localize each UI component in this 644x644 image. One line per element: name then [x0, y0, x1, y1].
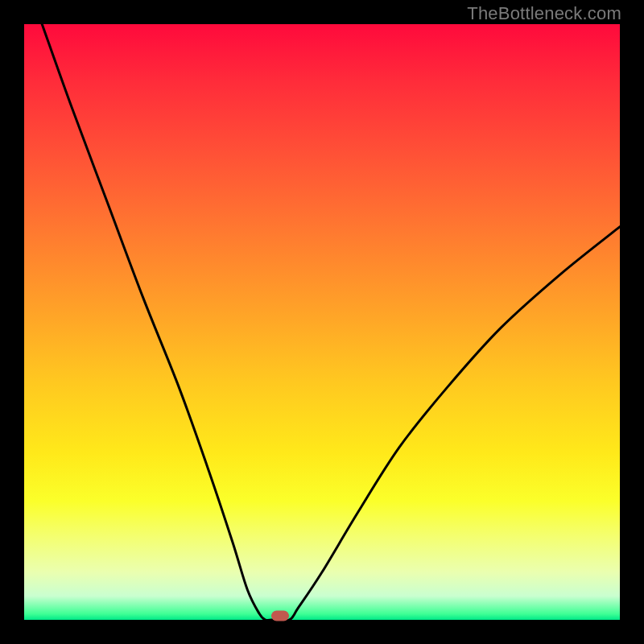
bottleneck-curve — [24, 24, 620, 620]
min-point-marker — [271, 611, 289, 621]
chart-frame: TheBottleneck.com — [0, 0, 644, 644]
plot-area — [24, 24, 620, 620]
watermark-text: TheBottleneck.com — [467, 3, 621, 24]
